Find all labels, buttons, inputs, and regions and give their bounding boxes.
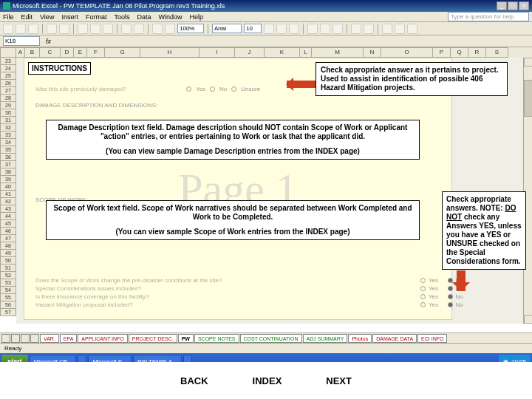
- borders-icon[interactable]: [382, 24, 392, 34]
- tab-adj[interactable]: ADJ SUMMARY: [303, 334, 348, 343]
- open-icon[interactable]: [16, 24, 26, 34]
- menu-tools[interactable]: Tools: [114, 13, 129, 21]
- row-header-37[interactable]: 37: [0, 161, 16, 168]
- row-header-42[interactable]: 42: [0, 198, 16, 205]
- tab-pw[interactable]: PW: [178, 334, 194, 343]
- row-header-44[interactable]: 44: [0, 213, 16, 220]
- save-icon[interactable]: [28, 24, 38, 34]
- row-header-30[interactable]: 30: [0, 109, 16, 117]
- row-header-51[interactable]: 51: [0, 265, 16, 272]
- row-header-47[interactable]: 47: [0, 235, 16, 242]
- preview-icon[interactable]: [59, 24, 69, 34]
- q2-yes[interactable]: [420, 286, 426, 291]
- column-header-G[interactable]: G: [105, 47, 140, 58]
- scroll-up-button[interactable]: [524, 58, 532, 66]
- column-header-S[interactable]: S: [486, 47, 508, 58]
- column-header-R[interactable]: R: [468, 47, 486, 58]
- column-header-C[interactable]: C: [40, 47, 61, 58]
- column-header-J[interactable]: J: [235, 47, 265, 58]
- print-icon[interactable]: [47, 24, 57, 34]
- column-header-M[interactable]: M: [312, 47, 364, 58]
- tab-damage-data[interactable]: DAMAGE DATA: [372, 334, 417, 343]
- tab-epa[interactable]: EPA: [60, 334, 78, 343]
- row-header-56[interactable]: 56: [0, 301, 16, 309]
- font-name-input[interactable]: Arial: [212, 24, 242, 33]
- row-header-35[interactable]: 35: [0, 146, 16, 154]
- new-icon[interactable]: [3, 24, 13, 34]
- align-right-icon[interactable]: [332, 24, 343, 34]
- column-header-D[interactable]: D: [61, 47, 74, 58]
- tab-cost[interactable]: COST CONTINUATION: [240, 334, 302, 343]
- row-header-27[interactable]: 27: [0, 87, 16, 95]
- font-size-input[interactable]: 10: [244, 24, 262, 33]
- menu-file[interactable]: File: [3, 13, 14, 21]
- instructions-button[interactable]: INSTRUCTIONS: [28, 62, 91, 75]
- row-header-55[interactable]: 55: [0, 294, 16, 301]
- row-header-40[interactable]: 40: [0, 183, 16, 191]
- column-header-E[interactable]: E: [74, 47, 87, 58]
- zoom-input[interactable]: 100%: [177, 24, 204, 33]
- row-header-33[interactable]: 33: [0, 132, 16, 139]
- menu-view[interactable]: View: [40, 13, 54, 21]
- copy-icon[interactable]: [90, 24, 100, 34]
- column-header-K[interactable]: K: [265, 47, 300, 58]
- row-header-26[interactable]: 26: [0, 80, 16, 87]
- paste-icon[interactable]: [103, 24, 113, 34]
- underline-icon[interactable]: [289, 24, 299, 34]
- tab-eci[interactable]: ECI INFO: [417, 334, 447, 343]
- column-header-Q[interactable]: Q: [451, 47, 468, 58]
- row-header-24[interactable]: 24: [0, 65, 16, 72]
- currency-icon[interactable]: [351, 24, 361, 34]
- tab-nav-prev[interactable]: [11, 334, 20, 343]
- row-header-28[interactable]: 28: [0, 95, 16, 102]
- q3-yes[interactable]: [420, 294, 426, 299]
- tab-photos[interactable]: Photos: [348, 334, 372, 343]
- menu-format[interactable]: Format: [86, 13, 107, 21]
- menu-window[interactable]: Window: [158, 13, 182, 21]
- column-header-O[interactable]: O: [381, 47, 433, 58]
- row-header-31[interactable]: 31: [0, 117, 16, 124]
- tab-nav-last[interactable]: [30, 334, 39, 343]
- row-header-32[interactable]: 32: [0, 124, 16, 132]
- row-header-53[interactable]: 53: [0, 279, 16, 287]
- row-header-43[interactable]: 43: [0, 205, 16, 213]
- redo-icon[interactable]: [134, 24, 144, 34]
- q1-yes[interactable]: [420, 278, 426, 283]
- select-all-button[interactable]: [0, 47, 16, 58]
- prev-damaged-options[interactable]: Yes No Unsure: [186, 86, 260, 92]
- menu-help[interactable]: Help: [189, 13, 203, 21]
- index-link[interactable]: INDEX: [253, 375, 282, 386]
- radio-unsure[interactable]: [231, 86, 236, 92]
- column-header-I[interactable]: I: [200, 47, 235, 58]
- name-box[interactable]: K18: [3, 36, 40, 46]
- fx-label[interactable]: fx: [46, 38, 51, 45]
- undo-icon[interactable]: [121, 24, 132, 34]
- cut-icon[interactable]: [78, 24, 88, 34]
- column-header-H[interactable]: H: [140, 47, 200, 58]
- radio-yes[interactable]: [186, 86, 191, 92]
- sort-icon[interactable]: [152, 24, 163, 34]
- row-header-50[interactable]: 50: [0, 257, 16, 265]
- percent-icon[interactable]: [364, 24, 374, 34]
- scroll-down-button[interactable]: [524, 315, 532, 324]
- column-header-A[interactable]: A: [16, 47, 25, 58]
- row-header-23[interactable]: 23: [0, 58, 16, 65]
- tab-nav-first[interactable]: [1, 334, 10, 343]
- tab-scope-notes[interactable]: SCOPE NOTES: [194, 334, 239, 343]
- chart-icon[interactable]: [165, 24, 175, 34]
- italic-icon[interactable]: [276, 24, 287, 34]
- scroll-thumb[interactable]: [524, 80, 532, 117]
- row-header-38[interactable]: 38: [0, 168, 16, 176]
- back-link[interactable]: BACK: [180, 375, 208, 386]
- row-header-34[interactable]: 34: [0, 139, 16, 146]
- minimize-button[interactable]: _: [497, 1, 507, 10]
- radio-no[interactable]: [210, 86, 215, 92]
- bold-icon[interactable]: [264, 24, 274, 34]
- close-button[interactable]: ×: [519, 1, 529, 10]
- row-header-36[interactable]: 36: [0, 154, 16, 161]
- tab-var[interactable]: VAR.: [40, 334, 59, 343]
- font-color-icon[interactable]: [407, 24, 417, 34]
- fill-color-icon[interactable]: [395, 24, 405, 34]
- row-header-46[interactable]: 46: [0, 228, 16, 235]
- align-center-icon[interactable]: [320, 24, 330, 34]
